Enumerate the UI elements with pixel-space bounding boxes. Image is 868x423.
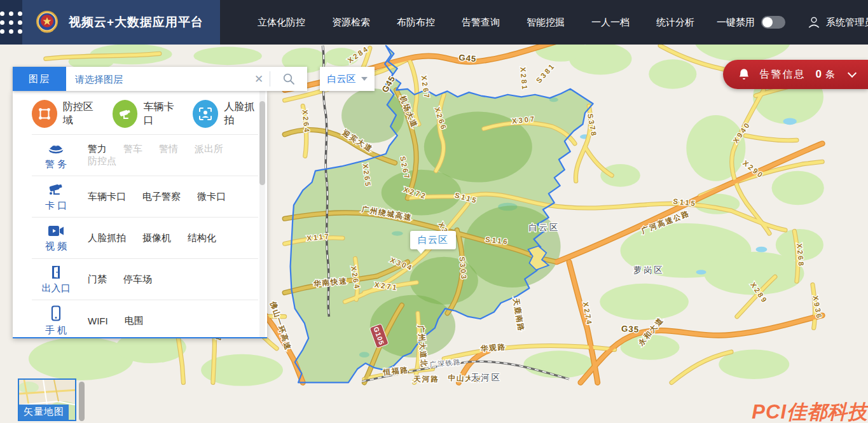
svg-text:天河区: 天河区 xyxy=(471,373,501,382)
police-badge-logo xyxy=(34,9,60,36)
alarm-count: 0 xyxy=(816,68,822,81)
phone-icon xyxy=(49,305,63,322)
quick-layers-row: 防控区域 车辆卡口 人脸抓拍 xyxy=(13,91,267,134)
tab-layers[interactable]: 图层 xyxy=(13,67,66,91)
layer-item-electronic-police[interactable]: 电子警察 xyxy=(142,191,181,203)
layer-item-control-point[interactable]: 防控点 xyxy=(88,155,116,167)
category-label: 警 务 xyxy=(45,158,67,170)
nav-item-stereo-defense[interactable]: 立体化防控 xyxy=(244,17,319,29)
layer-item-police-force[interactable]: 警力 xyxy=(88,143,107,155)
layer-search-bar: 图层 ✕ xyxy=(13,67,307,91)
category-row-checkpoint: 卡 口 车辆卡口 电子警察 微卡口 xyxy=(32,176,258,217)
district-tooltip-label: 白云区 xyxy=(418,234,448,245)
map-canvas[interactable]: G105 X284 G45 G45 X283 X267 X266 X281 S3… xyxy=(0,45,868,423)
app-grid-menu-button[interactable] xyxy=(0,0,22,45)
category-label: 出入口 xyxy=(42,282,71,295)
category-row-police: 警 务 警力 警车 警情 派出所 防控点 xyxy=(32,134,258,176)
layer-item-access-control[interactable]: 门禁 xyxy=(88,274,107,286)
search-icon xyxy=(282,73,295,85)
layer-item-vehicle-checkpoint[interactable]: 车辆卡口 xyxy=(88,191,126,203)
layer-item-micro-checkpoint[interactable]: 微卡口 xyxy=(197,191,226,203)
category-row-entrance: 出入口 门禁 停车场 xyxy=(32,258,258,300)
layer-search-input[interactable] xyxy=(66,67,248,91)
district-selector-dropdown[interactable]: 白云区 xyxy=(320,67,375,91)
svg-text:G45: G45 xyxy=(458,53,477,64)
minimap[interactable]: 矢量地图 xyxy=(18,378,76,421)
layer-item-police-car[interactable]: 警车 xyxy=(123,143,142,155)
quick-layer-label: 防控区域 xyxy=(63,101,100,127)
category-items: 人脸抓拍 摄像机 结构化 xyxy=(80,232,233,244)
bell-icon xyxy=(738,68,750,81)
layer-item-imsi-fence[interactable]: 电围 xyxy=(125,315,144,327)
category-video[interactable]: 视 频 xyxy=(32,224,80,253)
one-key-disable-group: 一键禁用 xyxy=(717,16,785,29)
search-button[interactable] xyxy=(270,67,307,91)
nav-item-deployment-control[interactable]: 布防布控 xyxy=(383,17,448,29)
face-capture-icon xyxy=(193,100,218,128)
category-checkpoint[interactable]: 卡 口 xyxy=(32,182,80,212)
category-items: 警力 警车 警情 派出所 防控点 xyxy=(80,143,258,167)
district-tooltip[interactable]: 白云区 xyxy=(410,231,456,249)
layer-panel: 防控区域 车辆卡口 人脸抓拍 xyxy=(13,91,267,338)
svg-text:G35: G35 xyxy=(621,324,640,334)
grid-menu-icon xyxy=(0,11,22,34)
category-label: 视 频 xyxy=(45,240,67,253)
header-right-tools: 一键禁用 系统管理员 xyxy=(708,15,868,29)
defense-area-icon xyxy=(32,100,57,128)
top-header: 视频云+大数据应用平台 立体化防控 资源检索 布防布控 告警查询 智能挖掘 一人… xyxy=(0,0,868,45)
user-icon xyxy=(807,15,821,29)
quick-layer-defense-area[interactable]: 防控区域 xyxy=(32,100,100,128)
nav-item-one-person-one-file[interactable]: 一人一档 xyxy=(578,17,643,29)
minimap-label: 矢量地图 xyxy=(19,405,69,420)
alarm-collapse-chevron-icon[interactable] xyxy=(848,69,857,78)
alarm-info-banner[interactable]: 告警信息 0 条 xyxy=(723,60,868,89)
toggle-knob xyxy=(762,17,773,27)
svg-text:天河路: 天河路 xyxy=(413,375,439,383)
layer-item-wifi[interactable]: WIFI xyxy=(88,316,108,326)
nav-item-statistics[interactable]: 统计分析 xyxy=(643,17,708,29)
vendor-watermark: PCI佳都科技 xyxy=(752,399,868,423)
panel-scrollbar-thumb[interactable] xyxy=(259,101,265,185)
app-title: 视频云+大数据应用平台 xyxy=(69,14,203,31)
vehicle-checkpoint-icon xyxy=(113,100,138,128)
category-label: 卡 口 xyxy=(45,200,67,212)
one-key-disable-toggle[interactable] xyxy=(761,16,785,29)
category-items: 车辆卡口 电子警察 微卡口 xyxy=(80,191,242,203)
cctv-camera-icon xyxy=(47,182,65,197)
category-row-video: 视 频 人脸抓拍 摄像机 结构化 xyxy=(32,217,258,258)
svg-text:萝岗区: 萝岗区 xyxy=(633,265,664,275)
layer-item-structured[interactable]: 结构化 xyxy=(188,232,216,244)
layer-item-face-capture[interactable]: 人脸抓拍 xyxy=(88,232,126,244)
layer-item-camera[interactable]: 摄像机 xyxy=(142,232,171,244)
layer-item-parking-lot[interactable]: 停车场 xyxy=(123,274,152,286)
nav-item-smart-mining[interactable]: 智能挖掘 xyxy=(513,17,578,29)
one-key-disable-label: 一键禁用 xyxy=(717,17,755,29)
category-police[interactable]: 警 务 xyxy=(32,141,80,170)
quick-layer-label: 车辆卡口 xyxy=(143,101,180,127)
category-phone[interactable]: 手 机 xyxy=(32,305,80,336)
district-selector-value: 白云区 xyxy=(327,73,356,85)
svg-text:白云区: 白云区 xyxy=(528,223,559,232)
alarm-info-label: 告警信息 xyxy=(760,68,806,81)
category-items: WIFI 电围 xyxy=(80,315,160,327)
layer-item-police-station[interactable]: 派出所 xyxy=(195,143,223,155)
category-row-phone: 手 机 WIFI 电围 xyxy=(32,300,258,338)
police-cap-icon xyxy=(47,141,65,156)
chevron-down-icon xyxy=(361,77,368,81)
category-items: 门禁 停车场 xyxy=(80,274,169,286)
clear-search-icon[interactable]: ✕ xyxy=(248,67,270,91)
layer-item-police-incident[interactable]: 警情 xyxy=(159,143,178,155)
category-entrance[interactable]: 出入口 xyxy=(32,265,80,295)
quick-layer-face-capture[interactable]: 人脸抓拍 xyxy=(193,100,261,128)
video-camera-icon xyxy=(47,224,65,238)
main-nav: 立体化防控 资源检索 布防布控 告警查询 智能挖掘 一人一档 统计分析 一键禁用… xyxy=(220,0,868,45)
nav-item-resource-search[interactable]: 资源检索 xyxy=(319,17,383,29)
door-icon xyxy=(48,265,64,280)
alarm-count-unit: 条 xyxy=(825,69,835,81)
nav-item-alarm-query[interactable]: 告警查询 xyxy=(448,17,513,29)
category-label: 手 机 xyxy=(45,324,67,336)
map-zoom-slider[interactable] xyxy=(79,382,85,421)
user-account-button[interactable]: 系统管理员 xyxy=(807,15,868,29)
user-name: 系统管理员 xyxy=(826,17,868,29)
quick-layer-vehicle-checkpoint[interactable]: 车辆卡口 xyxy=(113,100,181,128)
